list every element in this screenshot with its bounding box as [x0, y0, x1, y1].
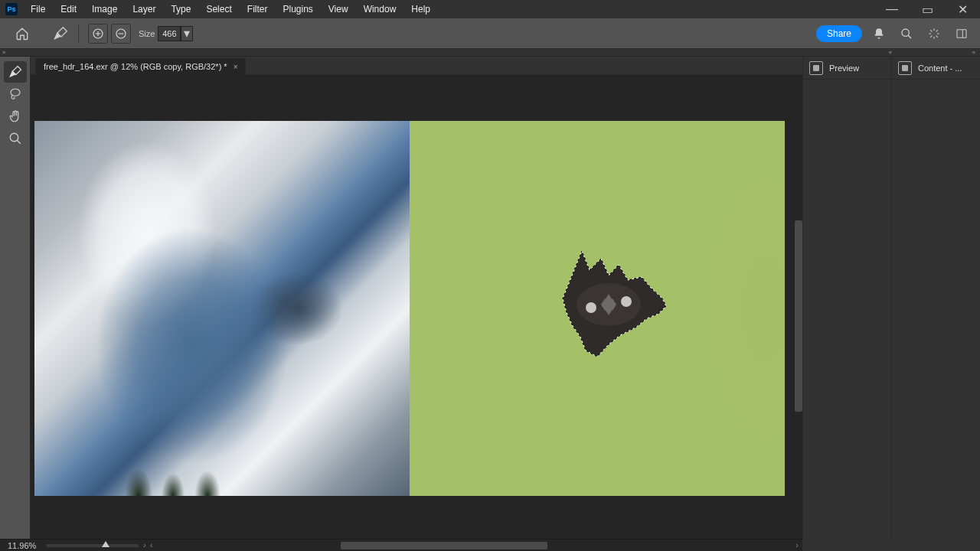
menu-window[interactable]: Window	[356, 2, 404, 17]
options-bar: Size ▾ Share	[0, 18, 980, 49]
canvas-viewport[interactable]	[31, 75, 802, 539]
menu-view[interactable]: View	[321, 2, 356, 17]
content-panel-label: Content - ...	[918, 64, 962, 73]
brush-icon	[53, 26, 68, 41]
expand-toolbox-toggle[interactable]: »	[2, 49, 5, 56]
divider	[78, 24, 79, 43]
right-panel-dock: Preview Content - ...	[802, 57, 980, 539]
collapse-panel-toggle-2[interactable]: «	[972, 49, 975, 56]
main-area: free_hdr_164.exr @ 12% (RGB copy, RGB/32…	[0, 57, 980, 539]
share-button[interactable]: Share	[816, 25, 862, 42]
svg-point-2	[902, 29, 909, 36]
lasso-icon	[8, 87, 22, 101]
horizontal-scrollbar-thumb[interactable]	[341, 542, 547, 549]
sparkle-icon	[928, 28, 940, 40]
vertical-scrollbar-track[interactable]	[795, 75, 802, 539]
menu-image[interactable]: Image	[84, 2, 125, 17]
preview-panel-tab[interactable]: Preview	[803, 57, 891, 80]
vertical-scrollbar-thumb[interactable]	[795, 220, 802, 412]
app-icon: Ps	[3, 1, 20, 18]
svg-point-5	[10, 133, 18, 142]
search-button[interactable]	[896, 23, 917, 44]
document-tab-bar: free_hdr_164.exr @ 12% (RGB copy, RGB/32…	[31, 57, 802, 75]
horizontal-scrollbar: ‹ ›	[146, 541, 802, 549]
workspace-icon	[956, 28, 968, 40]
current-tool-icon	[49, 22, 72, 45]
document-tab-label: free_hdr_164.exr @ 12% (RGB copy, RGB/32…	[44, 62, 227, 71]
zoom-tool[interactable]	[4, 128, 27, 149]
zoom-value[interactable]: 11.96%	[0, 541, 44, 550]
menu-type[interactable]: Type	[163, 2, 198, 17]
window-controls: — ▭ ✕	[874, 0, 980, 18]
canvas[interactable]	[34, 121, 785, 496]
lasso-tool[interactable]	[4, 83, 27, 105]
menu-filter[interactable]: Filter	[240, 2, 276, 17]
tips-button[interactable]	[923, 23, 945, 44]
zoom-slider[interactable]	[47, 544, 139, 547]
close-tab-button[interactable]: ×	[234, 63, 238, 71]
document-area: free_hdr_164.exr @ 12% (RGB copy, RGB/32…	[31, 57, 802, 539]
menu-select[interactable]: Select	[198, 2, 239, 17]
minus-circle-icon	[115, 28, 127, 40]
svg-point-4	[11, 89, 20, 96]
plus-circle-icon	[92, 28, 104, 40]
svg-rect-3	[957, 29, 966, 37]
h-scroll-right[interactable]: ›	[792, 541, 802, 549]
document-tab[interactable]: free_hdr_164.exr @ 12% (RGB copy, RGB/32…	[35, 58, 246, 74]
svg-point-8	[621, 296, 632, 307]
title-bar: Ps File Edit Image Layer Type Select Fil…	[0, 0, 980, 18]
horizontal-scrollbar-track[interactable]	[157, 542, 792, 549]
search-icon	[900, 28, 913, 40]
toolbox	[0, 57, 31, 539]
svg-point-7	[586, 302, 596, 313]
size-dropdown[interactable]: ▾	[181, 26, 193, 41]
size-input[interactable]	[158, 26, 181, 41]
home-icon	[15, 27, 29, 41]
menu-file[interactable]: File	[23, 2, 53, 17]
zoom-slider-handle[interactable]	[102, 541, 109, 547]
ps-logo-icon: Ps	[5, 3, 18, 15]
menu-layer[interactable]: Layer	[125, 2, 163, 17]
content-panel-tab[interactable]: Content - ...	[892, 57, 980, 80]
menu-edit[interactable]: Edit	[53, 2, 84, 17]
add-selection-button[interactable]	[88, 24, 108, 44]
content-panel: Content - ...	[892, 57, 980, 539]
bell-icon	[873, 28, 885, 40]
size-label: Size	[139, 29, 155, 38]
hand-tool[interactable]	[4, 106, 27, 127]
status-bar: 11.96% › ‹ ›	[0, 539, 802, 551]
close-button[interactable]: ✕	[945, 0, 980, 18]
menu-plugins[interactable]: Plugins	[275, 2, 320, 17]
brush-icon	[8, 65, 22, 79]
home-button[interactable]	[11, 22, 34, 45]
preview-panel: Preview	[803, 57, 892, 539]
preview-panel-label: Preview	[829, 64, 859, 73]
h-scroll-left[interactable]: ‹	[146, 541, 157, 549]
maximize-button[interactable]: ▭	[910, 0, 945, 18]
image-left-sky	[34, 121, 410, 496]
brush-tool[interactable]	[4, 61, 27, 83]
menu-help[interactable]: Help	[403, 2, 438, 17]
workspace-button[interactable]	[951, 23, 972, 44]
menu-bar: File Edit Image Layer Type Select Filter…	[23, 2, 874, 17]
notifications-button[interactable]	[868, 23, 890, 44]
panel-toggle-row: » « «	[0, 49, 980, 57]
hand-icon	[8, 109, 22, 123]
minimize-button[interactable]: —	[874, 0, 910, 18]
content-panel-icon	[898, 61, 912, 75]
right-tool-cluster: Share	[816, 23, 972, 44]
selected-object	[544, 243, 674, 366]
preview-panel-icon	[809, 61, 823, 75]
collapse-panel-toggle-1[interactable]: «	[889, 49, 892, 56]
zoom-icon	[8, 132, 22, 145]
subtract-selection-button[interactable]	[111, 24, 131, 44]
